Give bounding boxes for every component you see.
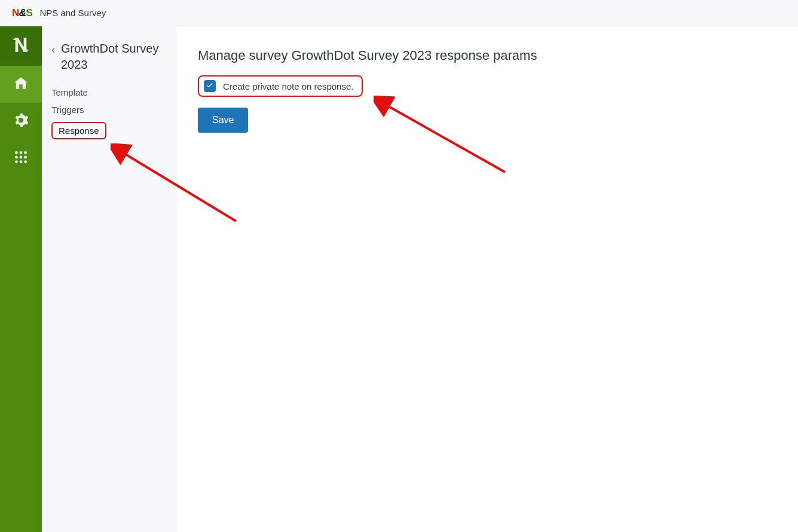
svg-point-8: [24, 160, 27, 163]
side-menu: Template Triggers Response: [51, 84, 166, 143]
app-title: NPS and Survey: [39, 8, 106, 18]
app-logo: N&S: [12, 7, 32, 19]
apps-grid-icon: [13, 149, 29, 167]
svg-point-2: [24, 151, 27, 154]
nav-item-apps[interactable]: [0, 140, 42, 177]
main-content: Manage survey GrowthDot Survey 2023 resp…: [176, 26, 798, 532]
side-menu-label: Triggers: [51, 105, 84, 115]
side-menu-label: Template: [51, 87, 88, 97]
svg-point-0: [15, 151, 18, 154]
side-menu-item-template[interactable]: Template: [51, 84, 166, 101]
page-heading: Manage survey GrowthDot Survey 2023 resp…: [198, 48, 776, 63]
svg-point-7: [20, 160, 23, 163]
svg-point-1: [20, 151, 23, 154]
checkbox-box: [204, 80, 216, 92]
nav-item-settings[interactable]: [0, 103, 42, 140]
svg-point-6: [15, 160, 18, 163]
create-private-note-checkbox[interactable]: Create private note on response.: [198, 75, 363, 97]
gear-icon: [13, 112, 29, 130]
nav-rail: [0, 26, 42, 532]
nav-item-home[interactable]: [0, 66, 42, 103]
side-panel-title: GrowthDot Survey 2023: [61, 41, 166, 73]
chevron-left-icon: ‹: [51, 44, 55, 56]
checkbox-label: Create private note on response.: [223, 81, 353, 91]
save-button[interactable]: Save: [198, 108, 248, 133]
side-menu-item-triggers[interactable]: Triggers: [51, 101, 166, 118]
side-menu-label: Response: [59, 126, 99, 136]
svg-point-5: [24, 156, 27, 159]
side-panel: ‹ GrowthDot Survey 2023 Template Trigger…: [42, 26, 176, 532]
n-logo-icon: [11, 35, 30, 57]
svg-point-4: [20, 156, 23, 159]
home-icon: [13, 75, 29, 93]
back-button[interactable]: ‹: [51, 44, 55, 55]
svg-point-3: [15, 156, 18, 159]
check-icon: [206, 81, 214, 91]
nav-item-logo[interactable]: [0, 26, 42, 66]
side-menu-item-response[interactable]: Response: [51, 118, 166, 143]
app-header: N&S NPS and Survey: [0, 0, 798, 26]
